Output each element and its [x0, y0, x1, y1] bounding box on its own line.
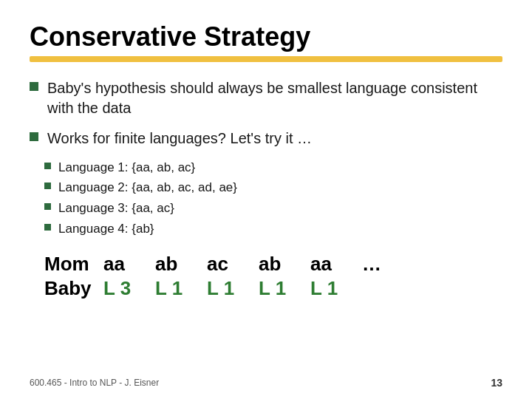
table-mom-label: Mom — [44, 253, 103, 276]
sub-bullet-2-text: Language 2: {aa, ab, ac, ad, ae} — [58, 179, 237, 197]
sub-bullet-4-text: Language 4: {ab} — [58, 220, 154, 238]
bullet-1-text: Baby's hypothesis should always be small… — [47, 78, 502, 118]
sub-bullet-1-text: Language 1: {aa, ab, ac} — [58, 159, 195, 177]
sub-bullet-3-text: Language 3: {aa, ac} — [58, 200, 174, 217]
sub-bullet-1: Language 1: {aa, ab, ac} — [44, 159, 502, 177]
table-mom-cell-2: ab — [155, 253, 207, 276]
footer-course: 600.465 - Intro to NLP - J. Eisner — [30, 378, 159, 388]
sub-bullet-square-4 — [44, 224, 51, 231]
table-baby-cell-1: L 3 — [103, 277, 155, 300]
footer-page-number: 13 — [491, 377, 502, 389]
sub-bullet-square-2 — [44, 183, 51, 189]
table-mom-cell-5: aa — [310, 253, 362, 276]
title-underline — [30, 56, 502, 62]
sub-bullets-list: Language 1: {aa, ab, ac} Language 2: {aa… — [44, 159, 502, 238]
bullet-square-1 — [30, 82, 38, 91]
bullet-2: Works for finite languages? Let's try it… — [30, 129, 502, 149]
sub-bullet-square-1 — [44, 163, 51, 169]
slide: Conservative Strategy Baby's hypothesis … — [0, 0, 532, 399]
table-mom-cell-6: … — [362, 253, 414, 276]
table-mom-cell-4: ab — [259, 253, 310, 276]
sub-bullet-square-3 — [44, 203, 51, 210]
sub-bullet-3: Language 3: {aa, ac} — [44, 200, 502, 217]
table-baby-label: Baby — [44, 277, 103, 300]
sub-bullet-2: Language 2: {aa, ab, ac, ad, ae} — [44, 179, 502, 197]
table-mom-cell-1: aa — [103, 253, 155, 276]
table-row-baby: Baby L 3 L 1 L 1 L 1 L 1 — [44, 277, 502, 300]
table-baby-cell-5: L 1 — [310, 277, 362, 300]
bullet-2-text: Works for finite languages? Let's try it… — [47, 129, 312, 149]
slide-footer: 600.465 - Intro to NLP - J. Eisner 13 — [30, 377, 502, 389]
bullet-square-2 — [30, 132, 38, 141]
table-baby-cell-4: L 1 — [259, 277, 310, 300]
table-row-mom: Mom aa ab ac ab aa … — [44, 253, 502, 276]
data-table: Mom aa ab ac ab aa … Baby L 3 L 1 L 1 L … — [44, 253, 502, 300]
table-mom-cell-3: ac — [207, 253, 259, 276]
table-baby-cell-2: L 1 — [155, 277, 207, 300]
slide-title: Conservative Strategy — [30, 22, 502, 52]
sub-bullet-4: Language 4: {ab} — [44, 220, 502, 238]
bullet-1: Baby's hypothesis should always be small… — [30, 78, 502, 118]
table-baby-cell-3: L 1 — [207, 277, 259, 300]
